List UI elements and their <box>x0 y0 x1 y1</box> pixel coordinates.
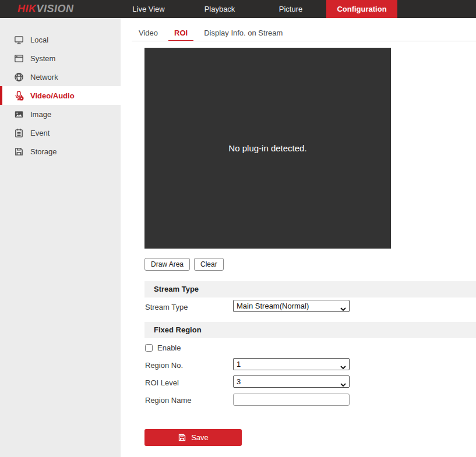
tabs-divider <box>132 41 476 41</box>
logo-hik: HIK <box>17 3 37 15</box>
region-no-label: Region No. <box>145 361 183 370</box>
sidebar-item-image[interactable]: Image <box>0 105 121 123</box>
region-no-select-wrap: 1 <box>233 358 350 370</box>
top-bar: HIKVISION Live View Playback Picture Con… <box>0 0 476 18</box>
region-name-input[interactable] <box>233 394 350 406</box>
hikvision-config-page: HIKVISION Live View Playback Picture Con… <box>0 0 476 457</box>
hikvision-logo: HIKVISION <box>17 0 74 18</box>
enable-label: Enable <box>157 343 181 352</box>
tab-roi[interactable]: ROI <box>168 26 193 41</box>
sidebar-item-event[interactable]: Event <box>0 123 121 142</box>
fixed-region-section-header: Fixed Region <box>144 322 476 338</box>
sidebar-item-network[interactable]: Network <box>0 68 121 86</box>
sidebar-item-video-audio[interactable]: Video/Audio <box>0 86 121 105</box>
logo-vision: VISION <box>37 3 74 15</box>
enable-checkbox[interactable] <box>145 344 153 352</box>
stream-type-select[interactable]: Main Stream(Normal) <box>233 300 350 312</box>
top-navigation: Live View Playback Picture Configuration <box>113 0 397 18</box>
microphone-icon <box>14 91 24 101</box>
clear-button[interactable]: Clear <box>194 258 224 271</box>
sidebar-item-local[interactable]: Local <box>0 30 121 49</box>
draw-area-button[interactable]: Draw Area <box>144 258 190 271</box>
globe-icon <box>14 72 24 82</box>
event-icon <box>14 128 24 138</box>
monitor-icon <box>14 35 24 45</box>
sidebar: Local System Network <box>0 18 121 457</box>
sidebar-item-label: Video/Audio <box>30 91 75 100</box>
save-button-label: Save <box>191 433 209 442</box>
tab-display-info-on-stream[interactable]: Display Info. on Stream <box>198 26 288 41</box>
sidebar-item-label: Image <box>30 110 51 119</box>
roi-level-select[interactable]: 3 <box>233 375 350 388</box>
storage-icon <box>14 147 24 157</box>
stream-type-select-wrap: Main Stream(Normal) <box>233 300 350 312</box>
sidebar-item-label: Storage <box>30 147 57 156</box>
nav-live-view[interactable]: Live View <box>113 0 184 18</box>
region-no-select[interactable]: 1 <box>233 358 350 370</box>
content-tabs: Video ROI Display Info. on Stream <box>133 26 293 41</box>
no-plugin-message: No plug-in detected. <box>228 143 306 153</box>
stream-type-label: Stream Type <box>145 303 188 311</box>
sidebar-item-label: Local <box>30 36 48 44</box>
roi-level-label: ROI Level <box>145 378 179 387</box>
roi-level-select-wrap: 3 <box>233 375 350 388</box>
sidebar-item-label: Event <box>30 129 50 137</box>
video-preview-area[interactable]: No plug-in detected. <box>144 48 391 249</box>
sidebar-item-system[interactable]: System <box>0 49 121 68</box>
nav-picture[interactable]: Picture <box>255 0 326 18</box>
region-name-label: Region Name <box>145 396 192 405</box>
window-icon <box>14 54 24 63</box>
tab-video[interactable]: Video <box>133 26 164 41</box>
sidebar-item-label: Network <box>30 73 58 82</box>
sidebar-item-label: System <box>30 54 55 63</box>
sidebar-item-storage[interactable]: Storage <box>0 142 121 161</box>
save-button[interactable]: Save <box>144 429 242 446</box>
stream-type-section-header: Stream Type <box>144 281 476 297</box>
nav-playback[interactable]: Playback <box>184 0 255 18</box>
nav-configuration[interactable]: Configuration <box>326 0 397 18</box>
image-icon <box>14 109 24 119</box>
save-icon <box>178 433 186 442</box>
